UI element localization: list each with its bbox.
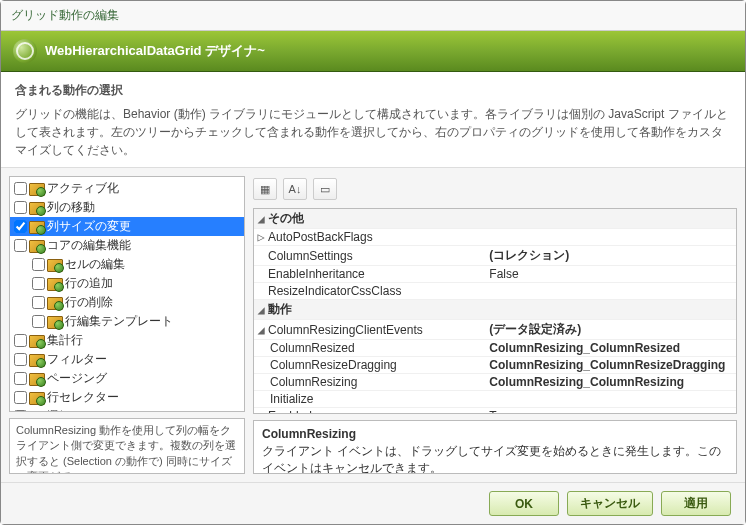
prop-columnsettings[interactable]: ColumnSettings (コレクション) xyxy=(254,246,736,266)
behavior-icon xyxy=(29,201,45,215)
category-behavior[interactable]: ◢動作 xyxy=(254,300,736,320)
behavior-icon xyxy=(29,410,45,413)
tree-label: 選択 xyxy=(47,408,71,412)
tree-checkbox[interactable] xyxy=(32,258,45,271)
tree-item[interactable]: セルの編集 xyxy=(10,255,244,274)
tree-checkbox[interactable] xyxy=(14,182,27,195)
tree-checkbox[interactable] xyxy=(14,201,27,214)
cancel-button[interactable]: キャンセル xyxy=(567,491,653,516)
prop-value[interactable] xyxy=(485,398,736,400)
behavior-icon xyxy=(47,296,63,310)
collapse-icon[interactable]: ◢ xyxy=(254,323,268,337)
prop-columnresizing[interactable]: ColumnResizing ColumnResizing_ColumnResi… xyxy=(254,374,736,391)
tree-label: 行の追加 xyxy=(65,275,113,292)
tree-item[interactable]: 集計行 xyxy=(10,331,244,350)
prop-initialize[interactable]: Initialize xyxy=(254,391,736,408)
tree-checkbox[interactable] xyxy=(32,315,45,328)
prop-value[interactable]: ColumnResizing_ColumnResizing xyxy=(485,374,736,390)
tree-label: ページング xyxy=(47,370,107,387)
button-bar: OK キャンセル 適用 xyxy=(1,482,745,524)
tree-checkbox[interactable] xyxy=(14,220,27,233)
category-other[interactable]: ◢その他 xyxy=(254,209,736,229)
property-description-text: クライアント イベントは、ドラッグしてサイズ変更を始めるときに発生します。このイ… xyxy=(262,443,728,474)
tree-item[interactable]: フィルター xyxy=(10,350,244,369)
prop-value[interactable]: True xyxy=(485,408,736,414)
ok-button[interactable]: OK xyxy=(489,491,559,516)
prop-name: AutoPostBackFlags xyxy=(268,230,373,244)
behavior-icon xyxy=(29,239,45,253)
property-pages-button[interactable]: ▭ xyxy=(313,178,337,200)
tree-label: アクティブ化 xyxy=(47,180,119,197)
collapse-icon[interactable]: ◢ xyxy=(254,303,268,317)
behavior-icon xyxy=(29,391,45,405)
tree-label: フィルター xyxy=(47,351,107,368)
prop-enableinheritance[interactable]: EnableInheritance False xyxy=(254,266,736,283)
tree-checkbox[interactable] xyxy=(14,353,27,366)
prop-value[interactable] xyxy=(485,236,736,238)
tree-label: セルの編集 xyxy=(65,256,125,273)
property-grid[interactable]: ◢その他 ▷AutoPostBackFlags ColumnSettings (… xyxy=(253,208,737,414)
tree-item[interactable]: コアの編集機能 xyxy=(10,236,244,255)
expand-icon[interactable]: ▷ xyxy=(254,230,268,244)
prop-value[interactable]: ColumnResizing_ColumnResized xyxy=(485,340,736,356)
behavior-icon xyxy=(29,182,45,196)
tree-checkbox[interactable] xyxy=(14,239,27,252)
tree-checkbox[interactable] xyxy=(32,277,45,290)
tree-checkbox[interactable] xyxy=(32,296,45,309)
tree-item[interactable]: 行の削除 xyxy=(10,293,244,312)
tree-item[interactable]: アクティブ化 xyxy=(10,179,244,198)
tree-item[interactable]: 選択 xyxy=(10,407,244,412)
property-toolbar: ▦ A↓ ▭ xyxy=(253,176,737,202)
prop-value[interactable]: False xyxy=(485,266,736,282)
categorize-button[interactable]: ▦ xyxy=(253,178,277,200)
prop-name: ResizeIndicatorCssClass xyxy=(268,284,401,298)
prop-value[interactable] xyxy=(485,290,736,292)
info-panel: ColumnResizing 動作を使用して列の幅をクライアント側で変更できます… xyxy=(9,418,245,474)
description-text: グリッドの機能は、Behavior (動作) ライブラリにモジュールとして構成さ… xyxy=(15,105,731,159)
dialog-window: グリッド動作の編集 WebHierarchicalDataGrid デザイナ~ … xyxy=(0,0,746,525)
tree-label: 行編集テンプレート xyxy=(65,313,173,330)
tree-item[interactable]: 列の移動 xyxy=(10,198,244,217)
window-title: グリッド動作の編集 xyxy=(11,8,119,22)
prop-columnresizedragging[interactable]: ColumnResizeDragging ColumnResizing_Colu… xyxy=(254,357,736,374)
prop-resizeindicatorcssclass[interactable]: ResizeIndicatorCssClass xyxy=(254,283,736,300)
description-section: 含まれる動作の選択 グリッドの機能は、Behavior (動作) ライブラリにモ… xyxy=(1,72,745,168)
tree-checkbox[interactable] xyxy=(14,334,27,347)
tree-label: 行の削除 xyxy=(65,294,113,311)
prop-columnresizingclientevents[interactable]: ◢ColumnResizingClientEvents (データ設定済み) xyxy=(254,320,736,340)
tree-checkbox[interactable] xyxy=(14,410,27,412)
prop-value[interactable]: (データ設定済み) xyxy=(485,320,736,339)
tree-item[interactable]: 行編集テンプレート xyxy=(10,312,244,331)
prop-autopostbackflags[interactable]: ▷AutoPostBackFlags xyxy=(254,229,736,246)
behavior-icon xyxy=(29,220,45,234)
banner-title: WebHierarchicalDataGrid デザイナ~ xyxy=(45,42,265,60)
prop-value[interactable]: ColumnResizing_ColumnResizeDragging xyxy=(485,357,736,373)
property-description-title: ColumnResizing xyxy=(262,427,728,441)
tree-label: 列の移動 xyxy=(47,199,95,216)
tree-item[interactable]: ページング xyxy=(10,369,244,388)
tree-label: 集計行 xyxy=(47,332,83,349)
behavior-icon xyxy=(47,277,63,291)
behavior-tree[interactable]: アクティブ化列の移動列サイズの変更コアの編集機能セルの編集行の追加行の削除行編集… xyxy=(9,176,245,412)
prop-name: ColumnSettings xyxy=(268,249,353,263)
prop-columnresized[interactable]: ColumnResized ColumnResizing_ColumnResiz… xyxy=(254,340,736,357)
property-description: ColumnResizing クライアント イベントは、ドラッグしてサイズ変更を… xyxy=(253,420,737,474)
titlebar: グリッド動作の編集 xyxy=(1,1,745,31)
tree-item[interactable]: 行セレクター xyxy=(10,388,244,407)
prop-name: Enabled xyxy=(268,409,312,414)
prop-value[interactable]: (コレクション) xyxy=(485,246,736,265)
prop-name: EnableInheritance xyxy=(268,267,365,281)
behavior-icon xyxy=(29,372,45,386)
sort-az-button[interactable]: A↓ xyxy=(283,178,307,200)
collapse-icon[interactable]: ◢ xyxy=(254,212,268,226)
tree-checkbox[interactable] xyxy=(14,372,27,385)
right-column: ▦ A↓ ▭ ◢その他 ▷AutoPostBackFlags ColumnSet… xyxy=(253,176,737,474)
prop-name: ColumnResizing xyxy=(270,375,357,389)
tree-item[interactable]: 行の追加 xyxy=(10,274,244,293)
tree-checkbox[interactable] xyxy=(14,391,27,404)
apply-button[interactable]: 適用 xyxy=(661,491,731,516)
tree-label: コアの編集機能 xyxy=(47,237,131,254)
prop-enabled[interactable]: Enabled True xyxy=(254,408,736,414)
behavior-icon xyxy=(47,315,63,329)
tree-item[interactable]: 列サイズの変更 xyxy=(10,217,244,236)
